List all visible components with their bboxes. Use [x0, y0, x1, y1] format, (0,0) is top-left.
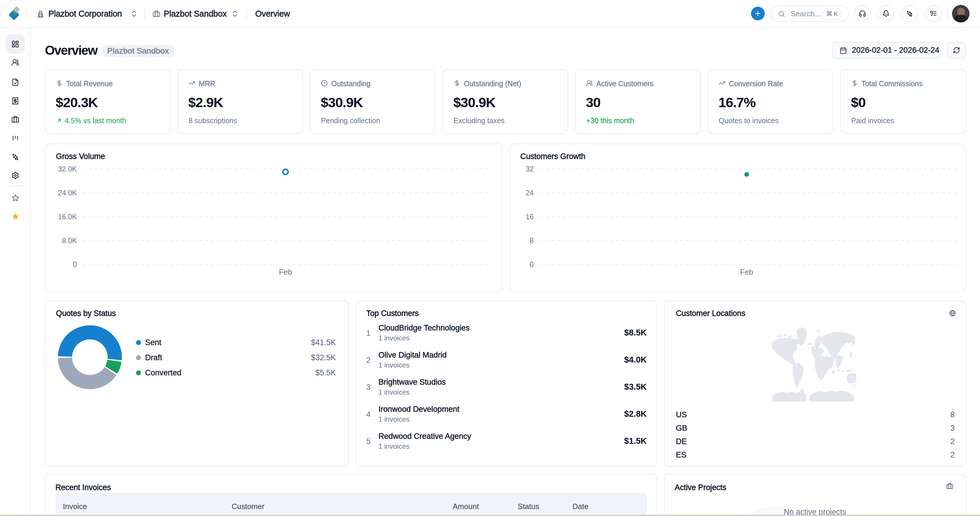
svg-text:32: 32: [525, 165, 534, 173]
svg-text:8.0K: 8.0K: [62, 237, 77, 245]
svg-text:Feb: Feb: [740, 268, 753, 276]
svg-text:0: 0: [73, 260, 77, 268]
svg-text:32.0K: 32.0K: [58, 165, 77, 173]
svg-text:8: 8: [530, 237, 534, 245]
svg-text:0: 0: [530, 260, 534, 268]
svg-text:24: 24: [525, 189, 534, 197]
svg-text:16.0K: 16.0K: [58, 213, 77, 221]
svg-text:Feb: Feb: [279, 268, 292, 276]
svg-text:16: 16: [525, 213, 534, 221]
svg-text:24.0K: 24.0K: [58, 189, 77, 197]
